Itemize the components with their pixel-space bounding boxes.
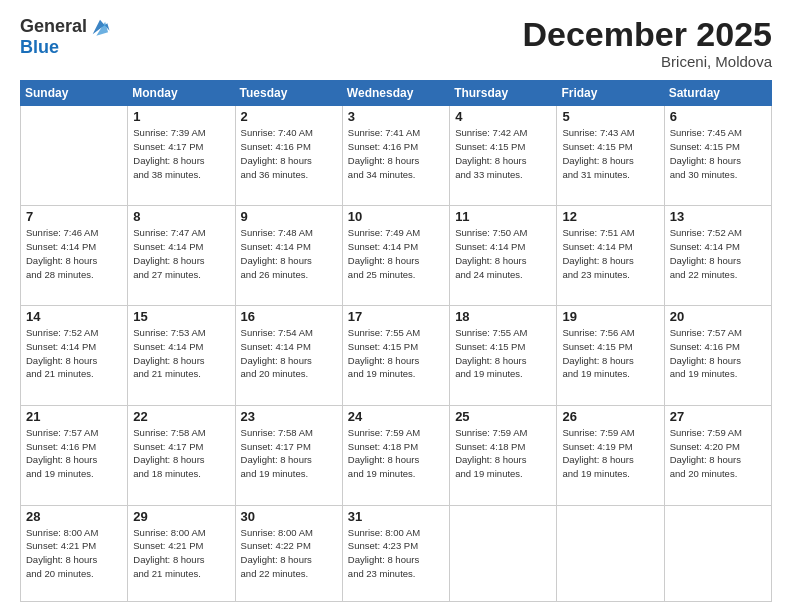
day-number: 17	[348, 309, 444, 324]
day-info: Sunrise: 7:42 AMSunset: 4:15 PMDaylight:…	[455, 126, 551, 181]
day-number: 8	[133, 209, 229, 224]
header: General Blue December 2025 Briceni, Mold…	[20, 16, 772, 70]
col-wednesday: Wednesday	[342, 81, 449, 106]
table-row: 7Sunrise: 7:46 AMSunset: 4:14 PMDaylight…	[21, 206, 128, 306]
table-row: 18Sunrise: 7:55 AMSunset: 4:15 PMDayligh…	[450, 306, 557, 406]
day-info: Sunrise: 7:51 AMSunset: 4:14 PMDaylight:…	[562, 226, 658, 281]
day-info: Sunrise: 7:41 AMSunset: 4:16 PMDaylight:…	[348, 126, 444, 181]
day-number: 18	[455, 309, 551, 324]
table-row: 1Sunrise: 7:39 AMSunset: 4:17 PMDaylight…	[128, 106, 235, 206]
calendar-row-4: 28Sunrise: 8:00 AMSunset: 4:21 PMDayligh…	[21, 505, 772, 601]
table-row: 27Sunrise: 7:59 AMSunset: 4:20 PMDayligh…	[664, 405, 771, 505]
day-info: Sunrise: 7:49 AMSunset: 4:14 PMDaylight:…	[348, 226, 444, 281]
day-number: 21	[26, 409, 122, 424]
day-info: Sunrise: 7:40 AMSunset: 4:16 PMDaylight:…	[241, 126, 337, 181]
table-row: 4Sunrise: 7:42 AMSunset: 4:15 PMDaylight…	[450, 106, 557, 206]
day-number: 12	[562, 209, 658, 224]
calendar-row-0: 1Sunrise: 7:39 AMSunset: 4:17 PMDaylight…	[21, 106, 772, 206]
table-row: 22Sunrise: 7:58 AMSunset: 4:17 PMDayligh…	[128, 405, 235, 505]
table-row: 2Sunrise: 7:40 AMSunset: 4:16 PMDaylight…	[235, 106, 342, 206]
logo-blue: Blue	[20, 38, 111, 58]
day-info: Sunrise: 7:55 AMSunset: 4:15 PMDaylight:…	[348, 326, 444, 381]
table-row: 28Sunrise: 8:00 AMSunset: 4:21 PMDayligh…	[21, 505, 128, 601]
day-info: Sunrise: 8:00 AMSunset: 4:23 PMDaylight:…	[348, 526, 444, 581]
day-number: 29	[133, 509, 229, 524]
day-info: Sunrise: 8:00 AMSunset: 4:21 PMDaylight:…	[26, 526, 122, 581]
calendar-row-2: 14Sunrise: 7:52 AMSunset: 4:14 PMDayligh…	[21, 306, 772, 406]
table-row: 25Sunrise: 7:59 AMSunset: 4:18 PMDayligh…	[450, 405, 557, 505]
table-row: 6Sunrise: 7:45 AMSunset: 4:15 PMDaylight…	[664, 106, 771, 206]
day-info: Sunrise: 7:57 AMSunset: 4:16 PMDaylight:…	[26, 426, 122, 481]
day-info: Sunrise: 7:59 AMSunset: 4:20 PMDaylight:…	[670, 426, 766, 481]
table-row: 10Sunrise: 7:49 AMSunset: 4:14 PMDayligh…	[342, 206, 449, 306]
day-info: Sunrise: 7:59 AMSunset: 4:18 PMDaylight:…	[348, 426, 444, 481]
table-row	[664, 505, 771, 601]
day-info: Sunrise: 7:45 AMSunset: 4:15 PMDaylight:…	[670, 126, 766, 181]
table-row: 29Sunrise: 8:00 AMSunset: 4:21 PMDayligh…	[128, 505, 235, 601]
day-number: 27	[670, 409, 766, 424]
day-info: Sunrise: 7:46 AMSunset: 4:14 PMDaylight:…	[26, 226, 122, 281]
table-row: 15Sunrise: 7:53 AMSunset: 4:14 PMDayligh…	[128, 306, 235, 406]
day-number: 7	[26, 209, 122, 224]
table-row: 8Sunrise: 7:47 AMSunset: 4:14 PMDaylight…	[128, 206, 235, 306]
calendar-header-row: Sunday Monday Tuesday Wednesday Thursday…	[21, 81, 772, 106]
table-row	[450, 505, 557, 601]
table-row: 21Sunrise: 7:57 AMSunset: 4:16 PMDayligh…	[21, 405, 128, 505]
day-number: 16	[241, 309, 337, 324]
day-number: 5	[562, 109, 658, 124]
day-info: Sunrise: 7:39 AMSunset: 4:17 PMDaylight:…	[133, 126, 229, 181]
table-row: 9Sunrise: 7:48 AMSunset: 4:14 PMDaylight…	[235, 206, 342, 306]
day-info: Sunrise: 7:47 AMSunset: 4:14 PMDaylight:…	[133, 226, 229, 281]
table-row: 26Sunrise: 7:59 AMSunset: 4:19 PMDayligh…	[557, 405, 664, 505]
col-saturday: Saturday	[664, 81, 771, 106]
table-row: 16Sunrise: 7:54 AMSunset: 4:14 PMDayligh…	[235, 306, 342, 406]
day-number: 24	[348, 409, 444, 424]
table-row: 3Sunrise: 7:41 AMSunset: 4:16 PMDaylight…	[342, 106, 449, 206]
table-row	[21, 106, 128, 206]
day-info: Sunrise: 7:59 AMSunset: 4:19 PMDaylight:…	[562, 426, 658, 481]
day-number: 13	[670, 209, 766, 224]
day-number: 3	[348, 109, 444, 124]
day-info: Sunrise: 8:00 AMSunset: 4:21 PMDaylight:…	[133, 526, 229, 581]
day-number: 25	[455, 409, 551, 424]
table-row: 23Sunrise: 7:58 AMSunset: 4:17 PMDayligh…	[235, 405, 342, 505]
calendar-row-3: 21Sunrise: 7:57 AMSunset: 4:16 PMDayligh…	[21, 405, 772, 505]
day-number: 1	[133, 109, 229, 124]
page: General Blue December 2025 Briceni, Mold…	[0, 0, 792, 612]
col-thursday: Thursday	[450, 81, 557, 106]
day-number: 6	[670, 109, 766, 124]
day-number: 14	[26, 309, 122, 324]
col-tuesday: Tuesday	[235, 81, 342, 106]
table-row: 31Sunrise: 8:00 AMSunset: 4:23 PMDayligh…	[342, 505, 449, 601]
day-number: 23	[241, 409, 337, 424]
calendar-table: Sunday Monday Tuesday Wednesday Thursday…	[20, 80, 772, 602]
day-number: 4	[455, 109, 551, 124]
day-number: 9	[241, 209, 337, 224]
day-number: 2	[241, 109, 337, 124]
table-row: 14Sunrise: 7:52 AMSunset: 4:14 PMDayligh…	[21, 306, 128, 406]
day-number: 11	[455, 209, 551, 224]
day-info: Sunrise: 7:59 AMSunset: 4:18 PMDaylight:…	[455, 426, 551, 481]
day-info: Sunrise: 7:58 AMSunset: 4:17 PMDaylight:…	[133, 426, 229, 481]
location-title: Briceni, Moldova	[522, 53, 772, 70]
table-row: 13Sunrise: 7:52 AMSunset: 4:14 PMDayligh…	[664, 206, 771, 306]
day-info: Sunrise: 8:00 AMSunset: 4:22 PMDaylight:…	[241, 526, 337, 581]
logo-general: General	[20, 17, 87, 37]
table-row: 17Sunrise: 7:55 AMSunset: 4:15 PMDayligh…	[342, 306, 449, 406]
table-row: 20Sunrise: 7:57 AMSunset: 4:16 PMDayligh…	[664, 306, 771, 406]
day-number: 31	[348, 509, 444, 524]
day-info: Sunrise: 7:43 AMSunset: 4:15 PMDaylight:…	[562, 126, 658, 181]
day-info: Sunrise: 7:52 AMSunset: 4:14 PMDaylight:…	[670, 226, 766, 281]
day-number: 22	[133, 409, 229, 424]
day-number: 20	[670, 309, 766, 324]
day-info: Sunrise: 7:54 AMSunset: 4:14 PMDaylight:…	[241, 326, 337, 381]
table-row: 30Sunrise: 8:00 AMSunset: 4:22 PMDayligh…	[235, 505, 342, 601]
day-number: 19	[562, 309, 658, 324]
col-monday: Monday	[128, 81, 235, 106]
col-sunday: Sunday	[21, 81, 128, 106]
day-info: Sunrise: 7:55 AMSunset: 4:15 PMDaylight:…	[455, 326, 551, 381]
day-number: 28	[26, 509, 122, 524]
day-number: 15	[133, 309, 229, 324]
logo: General Blue	[20, 16, 111, 58]
day-info: Sunrise: 7:57 AMSunset: 4:16 PMDaylight:…	[670, 326, 766, 381]
